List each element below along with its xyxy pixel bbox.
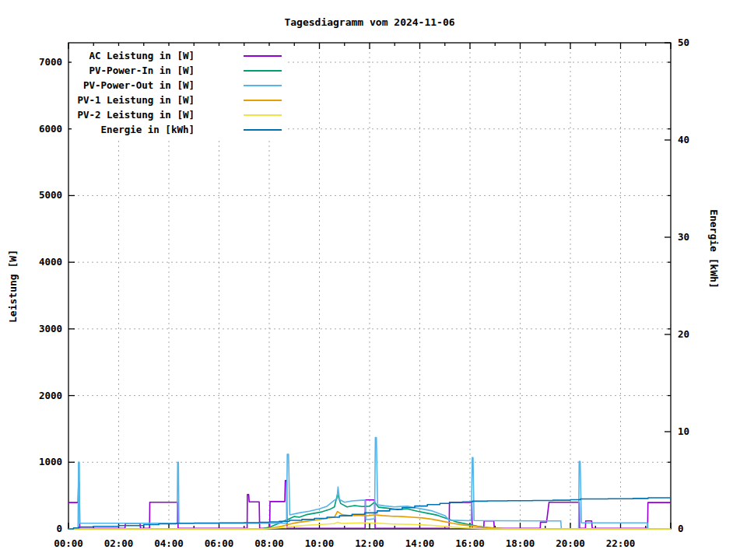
x-tick-label: 02:00 <box>104 537 134 549</box>
legend-label: Energie in [kWh] <box>101 124 195 135</box>
y-right-tick-label: 0 <box>678 523 684 534</box>
legend-label: PV-2 Leistung in [W] <box>77 109 195 121</box>
y-left-tick-label: 4000 <box>39 256 62 268</box>
x-tick-label: 18:00 <box>506 537 535 549</box>
y-left-tick-label: 2000 <box>39 390 62 401</box>
legend-label: AC Leistung in [W] <box>89 50 195 61</box>
legend: AC Leistung in [W]PV-Power-In in [W]PV-P… <box>72 46 288 138</box>
y-left-tick-label: 6000 <box>39 123 62 135</box>
x-tick-label: 00:00 <box>54 537 83 549</box>
x-tick-label: 12:00 <box>355 537 384 549</box>
x-tick-label: 14:00 <box>405 537 435 549</box>
y-right-tick-label: 50 <box>678 37 689 48</box>
plot-area: 00:0002:0004:0006:0008:0010:0012:0014:00… <box>0 0 747 560</box>
y-right-tick-label: 10 <box>678 425 689 437</box>
x-tick-label: 08:00 <box>254 537 284 549</box>
y-left-tick-label: 3000 <box>39 323 62 334</box>
legend-label: PV-Power-Out in [W] <box>83 79 195 91</box>
y-right-tick-label: 30 <box>678 231 689 243</box>
legend-label: PV-1 Leistung in [W] <box>77 94 195 106</box>
y-right-tick-label: 40 <box>678 134 689 145</box>
x-tick-label: 04:00 <box>154 537 184 549</box>
y-left-tick-label: 7000 <box>39 56 62 68</box>
x-tick-label: 22:00 <box>606 537 636 549</box>
x-tick-label: 20:00 <box>556 537 585 549</box>
x-tick-label: 06:00 <box>205 537 234 549</box>
y-left-tick-label: 5000 <box>39 189 62 201</box>
y-right-tick-label: 20 <box>678 328 689 340</box>
x-tick-label: 16:00 <box>455 537 485 549</box>
y-left-tick-label: 1000 <box>39 456 62 467</box>
legend-label: PV-Power-In in [W] <box>89 65 195 76</box>
x-tick-label: 10:00 <box>305 537 335 549</box>
chart-canvas: Tagesdiagramm vom 2024-11-06 Leistung [W… <box>0 0 747 560</box>
y-left-tick-label: 0 <box>56 523 62 534</box>
